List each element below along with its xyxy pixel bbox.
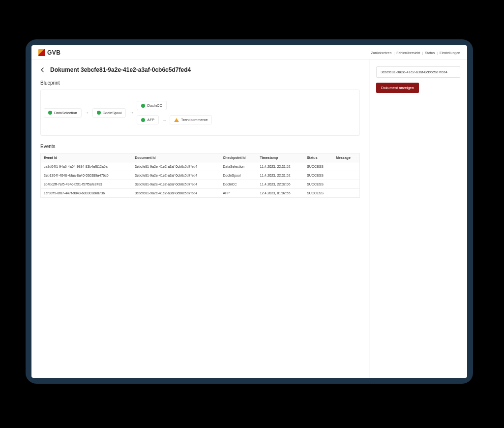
blueprint-heading: Blueprint [40, 80, 360, 86]
topbar: GVB Zurücksetzen | Fehlerübersicht | Sta… [31, 45, 467, 60]
nav-reset-link[interactable]: Zurücksetzen [371, 51, 391, 55]
cell-message [333, 189, 359, 198]
cell-message [333, 171, 359, 180]
blueprint-panel: DataSelection → DocInSpool → [40, 90, 360, 136]
cell-event-id: ec4bc2ff-7af5-494c-b5f1-f57f5afe8783 [41, 180, 132, 189]
blueprint-node-afp[interactable]: AFP [137, 115, 159, 124]
nav-status-link[interactable]: Status [425, 51, 435, 55]
blueprint-flow: DataSelection → DocInSpool → [44, 101, 356, 124]
events-tbody: ca8d04f1-94a6-4a04-9884-83b4ef812a5a 3eb… [41, 162, 360, 198]
topnav: Zurücksetzen | Fehlerübersicht | Status … [371, 51, 460, 55]
col-document-id: Document Id [132, 153, 220, 162]
document-id-input[interactable] [376, 66, 460, 78]
blueprint-node-label: AFP [147, 118, 154, 122]
table-row[interactable]: 3eb1304f-4048-4daa-8a40-036389a476c5 3eb… [41, 171, 360, 180]
blueprint-node-dataselection[interactable]: DataSelection [44, 108, 82, 118]
blueprint-node-label: DocInCC [147, 103, 162, 108]
col-status: Status [304, 153, 333, 162]
side-panel: Dokument anzeigen [369, 60, 467, 378]
cell-checkpoint: DocInSpool [220, 171, 257, 180]
col-checkpoint: Checkpoint Id [220, 153, 257, 162]
cell-status: SUCCESS [304, 189, 333, 198]
blueprint-node-docincc[interactable]: DocInCC [137, 101, 166, 110]
cell-checkpoint: DataSelection [220, 162, 257, 171]
cell-event-id: 1ef30ff9-8f87-447f-9843-603301668736 [41, 189, 132, 198]
cell-message [333, 180, 359, 189]
brand-logo-icon [38, 49, 45, 56]
cell-document-id: 3ebcfe81-9a2e-41e2-a3af-0cb6c5d7fed4 [132, 189, 220, 198]
nav-separator: | [437, 51, 438, 55]
content-area: Dokument 3ebcfe81-9a2e-41e2-a3af-0cb6c5d… [31, 60, 467, 378]
col-event-id: Event Id [41, 153, 132, 162]
cell-status: SUCCESS [304, 171, 333, 180]
cell-document-id: 3ebcfe81-9a2e-41e2-a3af-0cb6c5d7fed4 [132, 162, 220, 171]
cell-checkpoint: AFP [220, 189, 257, 198]
cell-status: SUCCESS [304, 162, 333, 171]
cell-document-id: 3ebcfe81-9a2e-41e2-a3af-0cb6c5d7fed4 [132, 180, 220, 189]
cell-timestamp: 11.4.2023, 22:31:52 [257, 171, 304, 180]
col-timestamp: Timestamp [257, 153, 304, 162]
cell-status: SUCCESS [304, 180, 333, 189]
blueprint-node-label: DataSelection [54, 111, 77, 115]
cell-timestamp: 11.4.2023, 22:32:06 [257, 180, 304, 189]
warning-triangle-icon [174, 118, 179, 122]
cell-event-id: ca8d04f1-94a6-4a04-9884-83b4ef812a5a [41, 162, 132, 171]
blueprint-node-docinspool[interactable]: DocInSpool [92, 108, 126, 118]
arrow-right-icon: → [126, 110, 137, 115]
device-frame: GVB Zurücksetzen | Fehlerübersicht | Sta… [26, 39, 473, 384]
nav-errors-link[interactable]: Fehlerübersicht [396, 51, 420, 55]
table-row[interactable]: 1ef30ff9-8f87-447f-9843-603301668736 3eb… [41, 189, 360, 198]
page-title: Dokument 3ebcfe81-9a2e-41e2-a3af-0cb6c5d… [50, 66, 191, 73]
blueprint-branch-column: DocInCC AFP → [137, 101, 212, 124]
nav-separator: | [393, 51, 394, 55]
events-table: Event Id Document Id Checkpoint Id Times… [40, 153, 360, 198]
cell-checkpoint: DocInCC [220, 180, 257, 189]
events-heading: Events [40, 144, 360, 149]
brand-name: GVB [47, 49, 61, 56]
page-title-row: Dokument 3ebcfe81-9a2e-41e2-a3af-0cb6c5d… [40, 66, 360, 73]
arrow-right-icon: → [82, 110, 92, 115]
arrow-right-icon: → [159, 118, 170, 122]
back-icon[interactable] [40, 67, 45, 72]
events-header-row: Event Id Document Id Checkpoint Id Times… [41, 153, 360, 162]
col-message: Message [333, 153, 359, 162]
brand: GVB [38, 49, 61, 56]
check-circle-icon [141, 104, 145, 108]
table-row[interactable]: ec4bc2ff-7af5-494c-b5f1-f57f5afe8783 3eb… [41, 180, 360, 189]
cell-event-id: 3eb1304f-4048-4daa-8a40-036389a476c5 [41, 171, 132, 180]
cell-timestamp: 11.4.2023, 22:31:52 [257, 162, 304, 171]
cell-timestamp: 12.4.2023, 01:02:55 [257, 189, 304, 198]
blueprint-node-label: Trendcommerce [181, 118, 208, 122]
cell-document-id: 3ebcfe81-9a2e-41e2-a3af-0cb6c5d7fed4 [132, 171, 220, 180]
blueprint-branch-top: DocInCC [137, 101, 212, 110]
main-column: Dokument 3ebcfe81-9a2e-41e2-a3af-0cb6c5d… [31, 60, 369, 378]
show-document-button[interactable]: Dokument anzeigen [376, 83, 419, 93]
blueprint-branch-bottom: AFP → Trendcommerce [137, 115, 212, 124]
app-screen: GVB Zurücksetzen | Fehlerübersicht | Sta… [31, 45, 467, 378]
nav-separator: | [422, 51, 423, 55]
check-circle-icon [97, 111, 101, 115]
blueprint-node-label: DocInSpool [103, 111, 122, 115]
blueprint-node-trendcommerce[interactable]: Trendcommerce [170, 115, 212, 124]
cell-message [333, 162, 359, 171]
check-circle-icon [48, 111, 52, 115]
check-circle-icon [141, 118, 145, 122]
table-row[interactable]: ca8d04f1-94a6-4a04-9884-83b4ef812a5a 3eb… [41, 162, 360, 171]
nav-settings-link[interactable]: Einstellungen [440, 51, 460, 55]
